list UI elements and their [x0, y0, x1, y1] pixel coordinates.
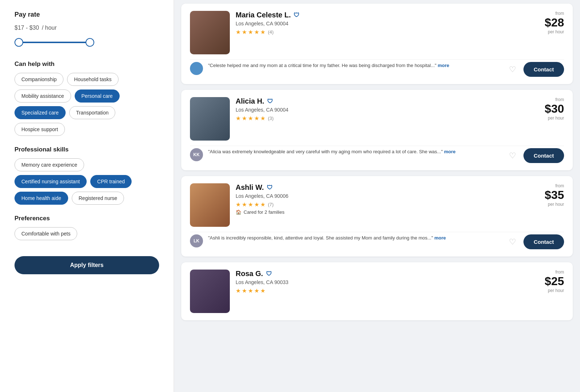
star-icon: ★: [254, 115, 259, 122]
slider-thumb-max[interactable]: [86, 38, 94, 47]
star-icon: ★: [236, 29, 241, 36]
card-top: Maria Celeste L. 🛡 Los Angeles, CA 90004…: [190, 11, 564, 54]
preferences-title: Preferences: [14, 215, 159, 222]
star-icon: ★: [248, 115, 253, 122]
favorite-button[interactable]: ♡: [505, 62, 520, 77]
sidebar: Pay rate $17 - $30 / hour Can help with …: [0, 0, 174, 392]
preferences-tags: Comfortable with pets: [14, 227, 159, 240]
card-top: Alicia H. 🛡 Los Angeles, CA 90004 ★★★★★(…: [190, 97, 564, 141]
preference-tag[interactable]: Comfortable with pets: [14, 227, 77, 240]
star-icon: ★: [236, 115, 241, 122]
card-review: KK "Alicia was extremely knowledgeable a…: [190, 146, 564, 163]
price-per-label: per hour: [528, 116, 564, 121]
caregiver-photo: [190, 11, 230, 54]
caregiver-card: Alicia H. 🛡 Los Angeles, CA 90004 ★★★★★(…: [181, 90, 573, 170]
review-count: (4): [268, 29, 274, 35]
star-rating: ★★★★★(3): [236, 115, 522, 122]
reviewer-avatar: LK: [190, 234, 203, 247]
star-icon: ★: [260, 287, 265, 294]
price-amount: $25: [528, 275, 564, 288]
verified-icon: 🛡: [267, 184, 273, 191]
families-badge: 🏠 Cared for 2 families: [236, 209, 522, 215]
read-more-link[interactable]: more: [438, 63, 450, 68]
caregiver-name: Ashli W. 🛡: [236, 183, 522, 192]
caregiver-card: Maria Celeste L. 🛡 Los Angeles, CA 90004…: [181, 4, 573, 84]
caregiver-name: Alicia H. 🛡: [236, 97, 522, 105]
star-rating: ★★★★★: [236, 287, 522, 294]
review-actions: ♡ Contact: [505, 62, 564, 77]
can-help-tag[interactable]: Personal care: [75, 89, 120, 103]
star-icon: ★: [254, 287, 259, 294]
prof-skills-section: Professional skills Memory care experien…: [14, 146, 159, 205]
review-text: "Celeste helped me and my mom at a criti…: [208, 62, 500, 69]
main-content: Maria Celeste L. 🛡 Los Angeles, CA 90004…: [174, 0, 580, 392]
contact-button[interactable]: Contact: [523, 62, 564, 77]
apply-filters-button[interactable]: Apply filters: [14, 256, 159, 274]
price-per-label: per hour: [528, 202, 564, 207]
caregiver-location: Los Angeles, CA 90006: [236, 193, 522, 199]
price-section: from $25 per hour: [528, 270, 564, 293]
pay-rate-slider[interactable]: [14, 37, 94, 47]
price-from-label: from: [528, 183, 564, 188]
caregiver-photo: [190, 97, 230, 141]
contact-button[interactable]: Contact: [523, 234, 564, 249]
review-count: (3): [268, 116, 274, 121]
read-more-link[interactable]: more: [434, 235, 446, 241]
can-help-tag[interactable]: Household tasks: [67, 73, 119, 86]
can-help-tag[interactable]: Transportation: [69, 106, 116, 119]
price-section: from $28 per hour: [528, 11, 564, 34]
caregiver-info: Ashli W. 🛡 Los Angeles, CA 90006 ★★★★★(7…: [236, 183, 522, 215]
review-count: (7): [268, 202, 274, 207]
price-from-label: from: [528, 11, 564, 16]
can-help-section: Can help with CompanionshipHousehold tas…: [14, 61, 159, 136]
star-icon: ★: [242, 201, 247, 208]
review-actions: ♡ Contact: [505, 234, 564, 249]
prof-skill-tag[interactable]: Registered nurse: [72, 192, 124, 205]
star-icon: ★: [248, 201, 253, 208]
contact-button[interactable]: Contact: [523, 148, 564, 163]
preferences-section: Preferences Comfortable with pets: [14, 215, 159, 240]
price-amount: $30: [528, 102, 564, 116]
card-top: Rosa G. 🛡 Los Angeles, CA 90033 ★★★★★ fr…: [190, 270, 564, 313]
price-from-label: from: [528, 270, 564, 275]
verified-icon: 🛡: [266, 271, 272, 277]
price-section: from $30 per hour: [528, 97, 564, 121]
card-review: "Celeste helped me and my mom at a criti…: [190, 59, 564, 77]
prof-skill-tag[interactable]: Memory care experience: [14, 158, 84, 171]
favorite-button[interactable]: ♡: [505, 149, 520, 163]
can-help-tag[interactable]: Companionship: [14, 73, 63, 86]
slider-thumb-min[interactable]: [14, 38, 23, 47]
caregiver-info: Maria Celeste L. 🛡 Los Angeles, CA 90004…: [236, 11, 522, 37]
star-rating: ★★★★★(7): [236, 201, 522, 208]
card-review: LK "Ashli is incredibly responsible, kin…: [190, 232, 564, 249]
prof-skills-tags: Memory care experienceCertified nursing …: [14, 158, 159, 205]
caregiver-name: Rosa G. 🛡: [236, 270, 522, 278]
star-icon: ★: [260, 29, 265, 36]
prof-skill-tag[interactable]: Home health aide: [14, 192, 68, 205]
star-icon: ★: [248, 287, 253, 294]
prof-skill-tag[interactable]: Certified nursing assistant: [14, 175, 87, 188]
prof-skill-tag[interactable]: CPR trained: [90, 175, 132, 188]
price-section: from $35 per hour: [528, 183, 564, 207]
caregiver-card: Ashli W. 🛡 Los Angeles, CA 90006 ★★★★★(7…: [181, 176, 573, 257]
can-help-tag[interactable]: Hospice support: [14, 123, 65, 136]
star-icon: ★: [242, 115, 247, 122]
pay-rate-label: Pay rate: [14, 11, 159, 18]
favorite-button[interactable]: ♡: [505, 235, 520, 249]
verified-icon: 🛡: [267, 98, 273, 105]
reviewer-avatar: [190, 62, 203, 75]
verified-icon: 🛡: [294, 12, 299, 18]
star-icon: ★: [254, 29, 259, 36]
star-rating: ★★★★★(4): [236, 29, 522, 36]
read-more-link[interactable]: more: [444, 149, 456, 154]
can-help-tag[interactable]: Mobility assistance: [14, 89, 71, 103]
slider-track: [14, 42, 94, 43]
home-icon: 🏠: [236, 209, 241, 215]
star-icon: ★: [242, 287, 247, 294]
caregiver-location: Los Angeles, CA 90033: [236, 279, 522, 285]
review-text: "Alicia was extremely knowledgeable and …: [208, 148, 500, 155]
star-icon: ★: [242, 29, 247, 36]
star-icon: ★: [248, 29, 253, 36]
can-help-tag[interactable]: Specialized care: [14, 106, 66, 119]
price-amount: $35: [528, 188, 564, 202]
